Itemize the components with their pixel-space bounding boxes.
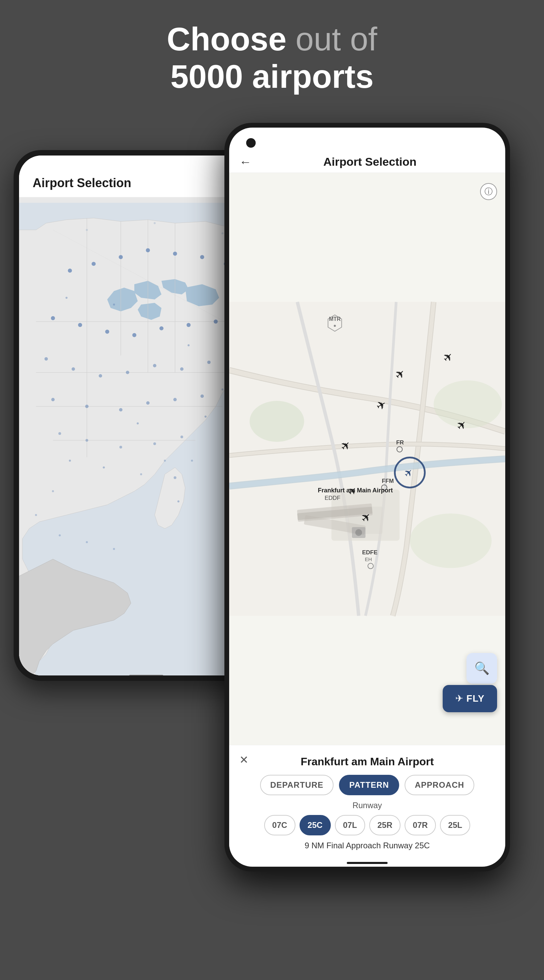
svg-point-14 bbox=[173, 251, 177, 256]
tab-departure[interactable]: DEPARTURE bbox=[260, 775, 334, 795]
headline-light: out of bbox=[287, 21, 377, 57]
svg-point-52 bbox=[69, 460, 71, 462]
headline-line2: 5000 airports bbox=[170, 58, 374, 95]
svg-point-42 bbox=[153, 442, 156, 445]
mode-tabs: DEPARTURE PATTERN APPROACH bbox=[239, 775, 495, 795]
svg-point-23 bbox=[214, 320, 217, 324]
fly-button[interactable]: ✈ FLY bbox=[442, 685, 497, 712]
tab-approach[interactable]: APPROACH bbox=[404, 775, 474, 795]
home-indicator bbox=[347, 862, 388, 864]
svg-point-13 bbox=[146, 248, 150, 252]
runway-07c[interactable]: 07C bbox=[264, 815, 295, 835]
svg-point-44 bbox=[174, 476, 176, 479]
app-title: Airport Selection bbox=[259, 155, 481, 169]
svg-point-60 bbox=[164, 460, 166, 462]
svg-point-15 bbox=[200, 255, 205, 259]
svg-point-53 bbox=[103, 466, 105, 469]
svg-point-36 bbox=[146, 401, 150, 404]
svg-point-25 bbox=[44, 357, 48, 360]
front-camera bbox=[246, 138, 256, 148]
svg-point-43 bbox=[181, 436, 183, 438]
svg-point-50 bbox=[205, 415, 207, 417]
svg-point-55 bbox=[35, 514, 37, 516]
svg-point-64 bbox=[86, 229, 88, 231]
svg-point-12 bbox=[119, 255, 123, 259]
svg-point-47 bbox=[113, 304, 115, 305]
svg-point-20 bbox=[132, 333, 136, 337]
phones-container: Airport Selection bbox=[34, 123, 510, 940]
approach-info: 9 NM Final Approach Runway 25C bbox=[239, 841, 495, 850]
runway-25l[interactable]: 25L bbox=[440, 815, 470, 835]
headline: Choose out of 5000 airports bbox=[167, 21, 377, 95]
svg-point-66 bbox=[221, 232, 224, 234]
phone-front: ← Airport Selection bbox=[224, 123, 510, 872]
back-phone-title: Airport Selection bbox=[33, 176, 131, 190]
svg-point-33 bbox=[51, 398, 55, 401]
runway-25c[interactable]: 25C bbox=[300, 815, 331, 835]
app-header: ← Airport Selection bbox=[229, 151, 505, 173]
headline-bold: Choose bbox=[167, 21, 287, 57]
svg-point-59 bbox=[140, 473, 142, 476]
tab-pattern[interactable]: PATTERN bbox=[339, 775, 399, 795]
svg-point-21 bbox=[159, 326, 163, 331]
svg-point-77 bbox=[355, 529, 362, 536]
svg-point-41 bbox=[119, 446, 122, 449]
svg-text:MTR: MTR bbox=[329, 316, 341, 322]
svg-point-51 bbox=[137, 422, 139, 424]
svg-point-62 bbox=[221, 388, 224, 390]
svg-point-57 bbox=[86, 541, 88, 543]
svg-point-58 bbox=[113, 548, 115, 550]
svg-point-34 bbox=[85, 404, 89, 408]
svg-point-17 bbox=[51, 316, 55, 320]
svg-point-54 bbox=[52, 490, 54, 492]
svg-text:FR: FR bbox=[396, 439, 404, 446]
back-button[interactable]: ← bbox=[239, 155, 252, 169]
svg-point-61 bbox=[191, 460, 193, 462]
svg-text:EH: EH bbox=[365, 556, 372, 562]
svg-point-65 bbox=[154, 222, 156, 224]
svg-point-40 bbox=[85, 439, 88, 442]
close-button[interactable]: ✕ bbox=[239, 753, 249, 766]
svg-point-37 bbox=[173, 398, 177, 401]
svg-point-26 bbox=[72, 367, 75, 371]
map-area[interactable]: MTR ✈ ✈ ✈ ✈ ✈ ✈ ✈ bbox=[229, 173, 505, 745]
search-button[interactable]: 🔍 bbox=[466, 653, 497, 684]
runway-tabs: 07C 25C 07L 25R 07R 25L bbox=[239, 815, 495, 835]
svg-point-10 bbox=[68, 269, 72, 272]
fly-plane-icon: ✈ bbox=[455, 693, 463, 704]
camera-area bbox=[229, 127, 505, 151]
back-home-indicator bbox=[129, 675, 163, 675]
svg-point-80 bbox=[334, 325, 336, 327]
svg-point-46 bbox=[66, 297, 68, 299]
svg-point-56 bbox=[59, 534, 61, 536]
runway-section-label: Runway bbox=[239, 801, 495, 810]
svg-text:Frankfurt am Main Airport: Frankfurt am Main Airport bbox=[318, 487, 393, 494]
svg-point-31 bbox=[208, 360, 211, 364]
svg-point-18 bbox=[78, 323, 82, 327]
info-button[interactable]: ⓘ bbox=[480, 183, 497, 200]
svg-point-30 bbox=[180, 367, 184, 371]
svg-point-28 bbox=[126, 371, 129, 374]
svg-point-29 bbox=[153, 364, 156, 367]
phone-front-screen: ← Airport Selection bbox=[229, 127, 505, 867]
runway-25r[interactable]: 25R bbox=[369, 815, 401, 835]
svg-point-69 bbox=[433, 380, 501, 428]
svg-text:FFM: FFM bbox=[382, 477, 394, 484]
svg-point-48 bbox=[188, 344, 190, 347]
svg-point-35 bbox=[119, 408, 122, 411]
frankfurt-map-svg: MTR ✈ ✈ ✈ ✈ ✈ ✈ ✈ bbox=[229, 173, 505, 745]
svg-point-38 bbox=[201, 395, 204, 398]
svg-point-22 bbox=[187, 323, 191, 327]
svg-text:EDFE: EDFE bbox=[362, 549, 377, 556]
svg-point-70 bbox=[410, 514, 492, 568]
svg-point-11 bbox=[92, 262, 95, 266]
airport-panel: ✕ Frankfurt am Main Airport DEPARTURE PA… bbox=[229, 745, 505, 859]
runway-07l[interactable]: 07L bbox=[335, 815, 365, 835]
svg-point-19 bbox=[105, 330, 109, 334]
svg-point-68 bbox=[249, 401, 304, 442]
svg-point-39 bbox=[59, 432, 61, 435]
runway-07r[interactable]: 07R bbox=[404, 815, 436, 835]
airport-name: Frankfurt am Main Airport bbox=[239, 752, 495, 768]
svg-point-45 bbox=[178, 500, 179, 502]
svg-text:EDDF: EDDF bbox=[325, 495, 340, 501]
